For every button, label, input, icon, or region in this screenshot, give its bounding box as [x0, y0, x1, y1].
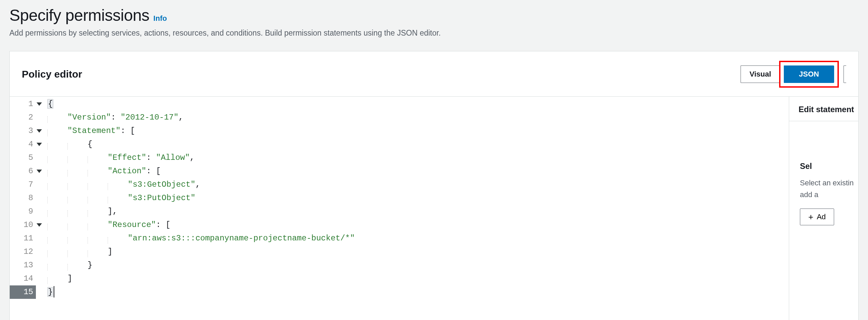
fold-toggle-icon[interactable]: [36, 143, 42, 146]
select-statement-description: Select an existin add a: [800, 177, 858, 200]
text-cursor: [54, 286, 54, 297]
fold-gutter: [36, 97, 47, 299]
line-number: 8: [10, 192, 36, 205]
code-line[interactable]: "Action": [: [47, 165, 789, 178]
bracket-close: ]: [108, 247, 112, 256]
json-code-editor[interactable]: 1 2 3 4 5 6 7 8 9 10 11 12 13 14 15: [10, 97, 789, 320]
code-line[interactable]: }: [47, 259, 789, 272]
panel-title: Policy editor: [22, 68, 82, 80]
json-punc: ,: [190, 153, 194, 162]
desc-line: Select an existin: [800, 179, 854, 187]
editor-mode-toggle: Visual JSON: [741, 61, 846, 88]
brace-open: {: [47, 99, 53, 109]
line-number: 7: [10, 178, 36, 192]
line-number: 2: [10, 111, 36, 124]
brace-close: }: [47, 287, 53, 297]
json-tab-button[interactable]: JSON: [784, 65, 834, 83]
brace-open: {: [88, 140, 92, 149]
actions-button-edge[interactable]: [843, 65, 846, 83]
line-number: 1: [10, 97, 36, 111]
panel-header: Policy editor Visual JSON: [10, 51, 858, 97]
brace-close: }: [88, 261, 92, 270]
json-punc: ,: [179, 113, 183, 122]
line-number: 6: [10, 165, 36, 178]
code-line[interactable]: ]: [47, 272, 789, 285]
code-line[interactable]: "Statement": [: [47, 124, 789, 138]
code-line[interactable]: {: [47, 97, 789, 111]
fold-toggle-icon[interactable]: [36, 103, 42, 106]
json-string: "Allow": [156, 153, 190, 162]
json-punc: : [: [156, 220, 170, 229]
add-button-label: Ad: [817, 212, 826, 221]
line-number: 11: [10, 232, 36, 245]
code-line[interactable]: {: [47, 138, 789, 151]
json-punc: : [: [120, 126, 135, 135]
page-subtitle: Add permissions by selecting services, a…: [9, 29, 859, 38]
code-line[interactable]: "arn:aws:s3:::companyname-projectname-bu…: [47, 232, 789, 245]
line-number: 10: [10, 218, 36, 232]
code-content[interactable]: { "Version": "2012-10-17", "Statement": …: [47, 97, 789, 299]
code-line[interactable]: "Effect": "Allow",: [47, 151, 789, 165]
fold-toggle-icon[interactable]: [36, 129, 42, 133]
fold-toggle-icon[interactable]: [36, 170, 42, 173]
desc-line: add a: [800, 191, 818, 199]
line-number: 12: [10, 245, 36, 259]
select-statement-heading: Sel: [800, 162, 858, 171]
add-statement-button[interactable]: + Ad: [800, 208, 834, 225]
line-number: 13: [10, 259, 36, 272]
code-line[interactable]: "s3:GetObject",: [47, 178, 789, 192]
info-link[interactable]: Info: [153, 14, 167, 23]
line-number-current: 15: [10, 285, 36, 299]
edit-statement-sidebar: Edit statement Sel Select an existin add…: [789, 97, 858, 320]
json-punc: ,: [195, 180, 200, 189]
code-line[interactable]: "s3:PutObject": [47, 192, 789, 205]
json-punc: :: [111, 113, 121, 122]
json-string: "s3:PutObject": [128, 194, 195, 202]
json-punc: :: [146, 153, 156, 162]
json-string: "arn:aws:s3:::companyname-projectname-bu…: [128, 234, 355, 243]
line-number-gutter: 1 2 3 4 5 6 7 8 9 10 11 12 13 14 15: [10, 97, 36, 299]
page-header: Specify permissions Info Add permissions…: [9, 7, 859, 38]
line-number: 5: [10, 151, 36, 165]
json-string: "s3:GetObject": [128, 180, 195, 189]
json-string: "2012-10-17": [120, 113, 179, 122]
code-line[interactable]: ],: [47, 205, 789, 218]
bracket-close: ]: [67, 274, 72, 283]
sidebar-title: Edit statement: [789, 105, 858, 121]
page-title: Specify permissions: [9, 7, 149, 25]
bracket-close: ],: [108, 207, 117, 216]
policy-editor-panel: Policy editor Visual JSON 1 2 3 4 5 6 7: [9, 51, 859, 320]
plus-icon: +: [808, 212, 813, 222]
json-key: "Version": [67, 113, 111, 122]
json-key: "Statement": [67, 126, 120, 135]
json-punc: : [: [146, 167, 161, 176]
line-number: 14: [10, 272, 36, 285]
line-number: 3: [10, 124, 36, 138]
code-line[interactable]: "Resource": [: [47, 218, 789, 232]
line-number: 4: [10, 138, 36, 151]
json-key: "Effect": [108, 153, 146, 162]
code-line-current[interactable]: }: [47, 285, 789, 299]
line-number: 9: [10, 205, 36, 218]
json-tab-highlight: JSON: [779, 61, 839, 88]
json-key: "Action": [108, 167, 146, 176]
code-line[interactable]: ]: [47, 245, 789, 259]
visual-tab-button[interactable]: Visual: [741, 65, 780, 83]
code-line[interactable]: "Version": "2012-10-17",: [47, 111, 789, 124]
fold-toggle-icon[interactable]: [36, 223, 42, 227]
json-key: "Resource": [108, 220, 156, 229]
